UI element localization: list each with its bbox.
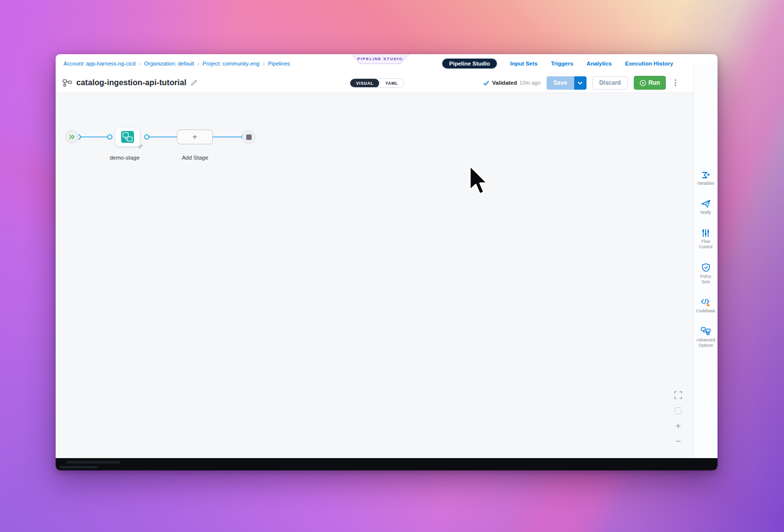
- pipeline-end-node[interactable]: [242, 130, 256, 144]
- run-button[interactable]: Run: [634, 76, 666, 90]
- sidebar-item-policy-sets[interactable]: Policy Sets: [694, 263, 718, 285]
- right-sidebar: Variables Notify Flow Control Pol: [693, 63, 718, 458]
- sidebar-item-label: Variables: [697, 181, 715, 186]
- sidebar-item-label: Codebase: [696, 308, 716, 314]
- top-bar: Account: app-harness-ng-cicd › Organizat…: [56, 54, 718, 73]
- stop-square-icon: [246, 134, 252, 140]
- pipeline-title: catalog-ingestion-api-tutorial: [76, 78, 186, 87]
- save-button[interactable]: Save: [547, 76, 574, 90]
- validated-time: 10m ago: [520, 80, 541, 86]
- zoom-in-button[interactable]: +: [675, 423, 681, 430]
- view-toggle: VISUAL YAML: [350, 78, 404, 88]
- sidebar-item-label: Notify: [700, 210, 711, 215]
- canvas-controls: + −: [674, 391, 682, 445]
- pipeline-graph: + demo-stage Add Stage: [56, 93, 272, 172]
- sidebar-item-codebase[interactable]: Codebase: [694, 298, 718, 314]
- discard-button[interactable]: Discard: [592, 76, 628, 90]
- run-label: Run: [649, 79, 660, 86]
- pipeline-start-node[interactable]: [65, 130, 79, 144]
- tab-input-sets[interactable]: Input Sets: [510, 61, 538, 66]
- custom-stage-icon: [121, 131, 134, 143]
- pipeline-toolbar: catalog-ingestion-api-tutorial VISUAL YA…: [56, 73, 718, 93]
- pipeline-studio-window: Account: app-harness-ng-cicd › Organizat…: [56, 54, 718, 470]
- zoom-out-button[interactable]: −: [675, 438, 681, 445]
- stage-link-icon: [138, 144, 143, 149]
- stage-node-demo-stage[interactable]: [115, 128, 140, 146]
- validated-status: Validated 10m ago: [483, 80, 540, 86]
- sidebar-item-notify[interactable]: Notify: [694, 200, 718, 215]
- plus-icon: +: [193, 132, 197, 142]
- edit-pencil-icon[interactable]: [191, 79, 197, 86]
- sidebar-item-label: Policy Sets: [698, 274, 714, 285]
- fullscreen-icon[interactable]: [674, 391, 682, 399]
- toggle-visual[interactable]: VISUAL: [350, 79, 379, 88]
- pipeline-graph-icon: [63, 79, 72, 87]
- flowchart-gear-icon: [701, 327, 711, 335]
- paper-plane-icon: [701, 200, 711, 208]
- breadcrumb-separator: ›: [263, 61, 264, 66]
- code-brackets-warning-icon: [701, 298, 711, 306]
- breadcrumb-organization[interactable]: Organization: default: [144, 61, 194, 66]
- minimap-toggle-icon[interactable]: [675, 407, 682, 414]
- toggle-yaml[interactable]: YAML: [379, 79, 404, 88]
- tab-triggers[interactable]: Triggers: [551, 61, 573, 66]
- sidebar-item-label: Advanced Options: [696, 337, 716, 348]
- sidebar-item-advanced-options[interactable]: Advanced Options: [694, 327, 718, 348]
- sidebar-item-label: Flow Control: [697, 239, 714, 250]
- add-stage-label[interactable]: Add Stage: [161, 155, 229, 161]
- breadcrumb-separator: ›: [197, 61, 199, 66]
- add-stage-button[interactable]: +: [177, 130, 213, 144]
- check-icon: [483, 80, 490, 86]
- breadcrumb-project[interactable]: Project: community-eng: [202, 61, 260, 66]
- nav-tabs: Pipeline Studio Input Sets Triggers Anal…: [442, 59, 673, 68]
- breadcrumb: Account: app-harness-ng-cicd › Organizat…: [64, 61, 290, 66]
- sliders-icon: [702, 229, 710, 237]
- breadcrumb-account[interactable]: Account: app-harness-ng-cicd: [64, 61, 135, 66]
- pipeline-canvas[interactable]: + demo-stage Add Stage: [56, 93, 693, 458]
- sigma-variables-icon: [701, 171, 710, 179]
- shield-check-icon: [702, 263, 710, 272]
- run-play-icon: [640, 80, 646, 86]
- stage-name-label[interactable]: demo-stage: [90, 155, 159, 161]
- tab-analytics[interactable]: Analytics: [587, 61, 612, 66]
- tab-execution-history[interactable]: Execution History: [625, 61, 673, 66]
- chevron-down-icon: [578, 81, 583, 85]
- sidebar-item-flow-control[interactable]: Flow Control: [694, 229, 718, 250]
- save-options-button[interactable]: [574, 76, 587, 90]
- tab-pipeline-studio[interactable]: Pipeline Studio: [442, 59, 497, 68]
- pipeline-studio-banner: PIPELINE STUDIO: [351, 54, 409, 64]
- sidebar-item-variables[interactable]: Variables: [694, 171, 718, 186]
- save-split-button: Save: [547, 76, 587, 90]
- breadcrumb-pipelines[interactable]: Pipelines: [268, 61, 290, 66]
- more-options-kebab-icon[interactable]: [672, 77, 679, 88]
- window-bottom-bar: [56, 458, 718, 470]
- breadcrumb-separator: ›: [139, 61, 140, 66]
- pipeline-studio-banner-label: PIPELINE STUDIO: [352, 54, 409, 64]
- start-chevrons-icon: [69, 134, 75, 139]
- validated-label: Validated: [492, 80, 517, 86]
